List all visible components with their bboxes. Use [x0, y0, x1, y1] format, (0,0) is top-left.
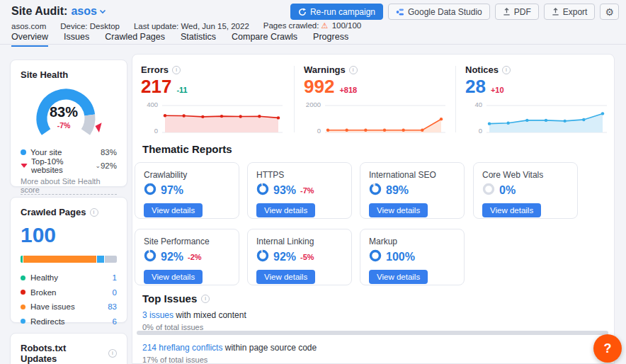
- header-actions: Re-run campaign Google Data Studio PDF E…: [290, 4, 619, 20]
- warnings-title: Warnings i: [304, 64, 449, 75]
- have-issues-value[interactable]: 83: [108, 302, 117, 311]
- thematic-label: Crawlability: [144, 170, 230, 180]
- thematic-delta: -2%: [188, 253, 202, 261]
- overview-panel: Errors i 217 -11 400 0 Warnings i 992 +8…: [132, 54, 615, 364]
- robots-title-text: Robots.txt Updates: [21, 343, 105, 364]
- top10-value: 92%: [101, 161, 117, 170]
- site-audit-page: Site Audit: asos Re-run campaign Google …: [0, 0, 626, 364]
- google-data-studio-label: Google Data Studio: [408, 7, 482, 17]
- help-button[interactable]: ?: [593, 334, 622, 363]
- top-issues-heading-text: Top Issues: [142, 292, 197, 305]
- view-details-button[interactable]: View details: [144, 203, 203, 217]
- view-details-button[interactable]: View details: [482, 203, 541, 217]
- redirects-label: Redirects: [30, 317, 65, 326]
- tab-issues[interactable]: Issues: [64, 32, 89, 47]
- donut-icon: [144, 249, 156, 265]
- project-name: asos: [71, 5, 96, 18]
- crawled-pages-card: Crawled Pages i 100 Healthy 1 Broken 0 H…: [10, 197, 127, 323]
- errors-metric: Errors i 217 -11 400 0: [141, 64, 286, 136]
- warnings-value[interactable]: 992: [304, 76, 334, 98]
- site-health-info-link[interactable]: More about Site Health score: [21, 177, 117, 195]
- errors-value[interactable]: 217: [141, 76, 171, 98]
- domain-label: asos.com: [11, 22, 46, 30]
- horizontal-scrollbar[interactable]: [137, 331, 608, 335]
- notices-delta: +10: [491, 86, 504, 94]
- top10-label: Top-10% websites: [31, 157, 93, 174]
- broken-label: Broken: [30, 288, 56, 297]
- export-button[interactable]: Export: [544, 4, 596, 20]
- notices-axis-min: 0: [465, 127, 482, 135]
- thematic-card-https: HTTPS 93% -7% View details: [247, 162, 352, 219]
- device-label: Device: Desktop: [60, 22, 120, 30]
- view-details-button[interactable]: View details: [369, 270, 428, 284]
- settings-button[interactable]: ⚙: [600, 4, 619, 20]
- pages-crawled: Pages crawled: ⚠ 100/100: [263, 21, 361, 30]
- errors-sparkline: [162, 102, 283, 135]
- project-selector[interactable]: asos: [71, 5, 106, 18]
- issue-link[interactable]: 3 issues: [142, 310, 173, 320]
- refresh-icon: [298, 8, 307, 16]
- view-details-button[interactable]: View details: [144, 270, 203, 284]
- view-details-button[interactable]: View details: [256, 270, 315, 284]
- info-icon[interactable]: i: [108, 349, 117, 358]
- have-issues-label: Have issues: [30, 302, 75, 311]
- thematic-percent: 100%: [386, 251, 415, 263]
- google-data-studio-icon: [396, 8, 404, 16]
- thematic-label: Internal Linking: [256, 237, 343, 246]
- legend-broken: Broken 0: [21, 285, 117, 300]
- pdf-label: PDF: [514, 7, 531, 17]
- redirects-dot: [21, 319, 25, 324]
- thematic-reports-heading: Thematic Reports: [142, 143, 232, 155]
- broken-dot: [21, 290, 25, 295]
- thematic-label: Markup: [369, 237, 455, 246]
- tab-overview[interactable]: Overview: [11, 32, 48, 47]
- crawled-pages-bar: [21, 256, 117, 263]
- info-icon[interactable]: i: [201, 295, 210, 303]
- tab-progress[interactable]: Progress: [313, 32, 348, 47]
- redirects-value[interactable]: 6: [113, 317, 117, 326]
- thematic-percent: 92%: [161, 251, 183, 263]
- info-icon[interactable]: i: [502, 66, 511, 74]
- thematic-card-internal-linking: Internal Linking 92% -5% View details: [247, 229, 352, 285]
- donut-icon: [369, 183, 382, 198]
- crawled-pages-title-text: Crawled Pages: [21, 207, 86, 217]
- page-title-prefix: Site Audit:: [11, 5, 67, 18]
- last-update-label: Last update: Wed, Jun 15, 2022: [134, 22, 249, 30]
- info-icon[interactable]: i: [90, 208, 98, 217]
- legend-healthy: Healthy 1: [21, 271, 117, 285]
- page-title: Site Audit: asos: [11, 5, 106, 18]
- view-details-button[interactable]: View details: [369, 203, 428, 217]
- thematic-percent: 93%: [273, 184, 296, 197]
- tab-crawled-pages[interactable]: Crawled Pages: [105, 32, 165, 47]
- tab-compare-crawls[interactable]: Compare Crawls: [232, 32, 297, 47]
- thematic-card-markup: Markup 100% View details: [360, 229, 465, 285]
- issue-percent: 17% of total issues: [142, 356, 604, 364]
- info-icon[interactable]: i: [172, 66, 181, 74]
- issue-text: with mixed content: [173, 310, 246, 320]
- notices-axis-max: 40: [465, 101, 482, 108]
- tab-statistics[interactable]: Statistics: [181, 32, 216, 47]
- notices-title: Notices i: [465, 64, 610, 75]
- site-health-gauge: 83% -7%: [25, 86, 112, 140]
- google-data-studio-button[interactable]: Google Data Studio: [388, 4, 490, 20]
- view-details-button[interactable]: View details: [256, 203, 315, 217]
- info-icon[interactable]: i: [349, 66, 358, 74]
- thematic-delta: -5%: [300, 253, 314, 261]
- notices-value[interactable]: 28: [465, 76, 486, 98]
- rerun-campaign-label: Re-run campaign: [310, 7, 375, 17]
- thematic-label: Site Performance: [144, 237, 230, 246]
- crawled-pages-total: 100: [21, 223, 117, 247]
- notices-chart: 40 0: [465, 101, 610, 136]
- healthy-label: Healthy: [30, 273, 58, 282]
- chevron-down-icon: [99, 9, 106, 14]
- robots-title: Robots.txt Updates i: [21, 343, 117, 364]
- issue-link[interactable]: 214 hreflang conflicts: [142, 343, 222, 353]
- healthy-value[interactable]: 1: [113, 273, 117, 282]
- pdf-button[interactable]: PDF: [495, 4, 539, 20]
- rerun-campaign-button[interactable]: Re-run campaign: [290, 4, 383, 20]
- export-label: Export: [563, 7, 588, 17]
- legend-top10-websites[interactable]: Top-10% websites ⌄ 92%: [21, 159, 117, 172]
- thematic-card-crawlability: Crawlability 97% View details: [135, 162, 239, 219]
- thematic-card-international-seo: International SEO 89% View details: [360, 162, 465, 219]
- broken-value[interactable]: 0: [113, 288, 117, 297]
